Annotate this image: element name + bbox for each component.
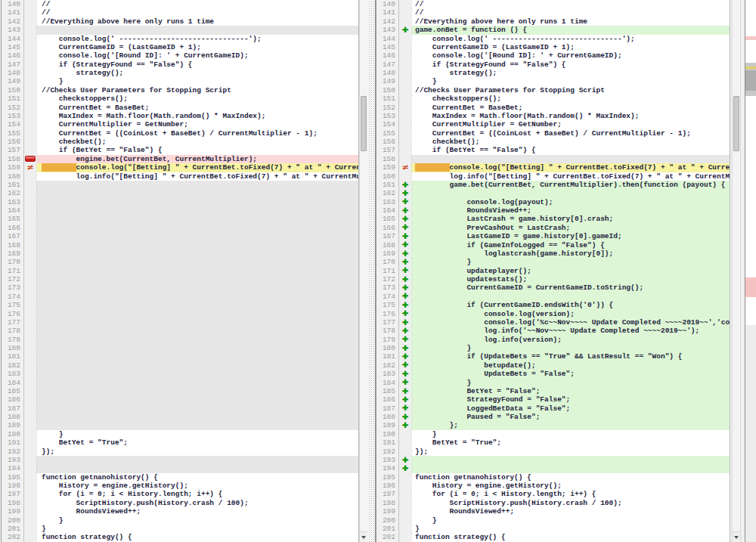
overview-diff-mark[interactable] bbox=[745, 67, 756, 69]
code-line[interactable]: //Checks User Parameters for Stopping Sc… bbox=[411, 86, 730, 94]
right-scrollbar-thumb[interactable] bbox=[733, 96, 739, 151]
code-line[interactable]: LastGameID = game.history[0].gameId; bbox=[411, 232, 730, 240]
code-line[interactable]: strategy(); bbox=[411, 69, 730, 77]
code-line[interactable] bbox=[36, 361, 358, 370]
code-line[interactable]: game.onBet = function () { bbox=[411, 26, 730, 34]
code-line[interactable]: } bbox=[411, 525, 730, 533]
code-line[interactable] bbox=[36, 198, 358, 206]
code-line[interactable] bbox=[36, 258, 358, 266]
code-line[interactable] bbox=[36, 301, 358, 309]
code-line[interactable] bbox=[36, 395, 358, 404]
code-line[interactable] bbox=[36, 293, 358, 301]
code-line[interactable] bbox=[36, 370, 358, 378]
code-line[interactable]: } bbox=[411, 516, 730, 525]
code-line[interactable]: console.log('[Round ID]: ' + CurrentGame… bbox=[411, 51, 730, 60]
code-line[interactable]: function getnanohistory() { bbox=[411, 473, 730, 482]
code-line[interactable]: }; bbox=[411, 421, 730, 429]
code-line[interactable]: } bbox=[36, 77, 358, 85]
code-line[interactable]: Paused = "False"; bbox=[411, 413, 730, 421]
code-line[interactable]: UpdateBets = "False"; bbox=[411, 370, 730, 378]
code-line[interactable]: BetYet = "True"; bbox=[36, 438, 358, 447]
code-line[interactable] bbox=[36, 232, 358, 240]
code-line[interactable]: // bbox=[411, 8, 730, 17]
code-line[interactable]: ScriptHistory.push(History.crash / 100); bbox=[411, 499, 730, 507]
code-line[interactable]: checkstoppers(); bbox=[36, 94, 358, 103]
code-line[interactable] bbox=[411, 189, 730, 197]
code-line[interactable] bbox=[36, 181, 358, 189]
code-line[interactable] bbox=[36, 267, 358, 275]
code-line[interactable] bbox=[36, 26, 358, 34]
code-line[interactable]: BetYet = "True"; bbox=[411, 438, 730, 447]
code-line[interactable]: // bbox=[36, 8, 358, 17]
code-line[interactable]: game.bet(CurrentBet, CurrentMultiplier).… bbox=[411, 181, 730, 189]
code-line[interactable]: CurrentBet = ((CoinLost + BaseBet) / Cur… bbox=[411, 129, 730, 138]
code-line[interactable]: for (i = 0; i < History.length; i++) { bbox=[411, 490, 730, 498]
code-line[interactable]: CurrentGameID = (LastGameID + 1); bbox=[36, 43, 358, 51]
code-line[interactable] bbox=[36, 387, 358, 395]
code-line[interactable] bbox=[36, 344, 358, 352]
pane-splitter[interactable] bbox=[367, 0, 376, 542]
code-line[interactable] bbox=[36, 206, 358, 215]
code-line[interactable]: } bbox=[411, 344, 730, 352]
code-line[interactable]: console.log('[Round ID]: ' + CurrentGame… bbox=[36, 51, 358, 60]
code-line[interactable]: CurrentGameID = CurrentGameID.toString()… bbox=[411, 283, 730, 292]
code-line[interactable]: CurrentBet = ((CoinLost + BaseBet) / Cur… bbox=[36, 129, 358, 138]
code-line[interactable]: console.log(' --------------------------… bbox=[411, 35, 730, 43]
code-line[interactable]: console.log(payout); bbox=[411, 198, 730, 206]
code-line[interactable]: } bbox=[411, 258, 730, 266]
diff-pane-right[interactable]: 140//141//142//Everything above here onl… bbox=[376, 0, 730, 542]
diff-overview-map[interactable] bbox=[745, 0, 756, 542]
code-line[interactable]: updateplayer(); bbox=[411, 267, 730, 275]
code-line[interactable] bbox=[411, 293, 730, 301]
code-line[interactable]: //Checks User Parameters for Stopping Sc… bbox=[36, 86, 358, 94]
code-line[interactable] bbox=[36, 249, 358, 258]
code-line[interactable] bbox=[36, 275, 358, 283]
code-line[interactable]: log.info('~~Nov~~~~ Update Completed ~~~… bbox=[411, 327, 730, 335]
code-line[interactable]: CurrentBet = BaseBet; bbox=[411, 104, 730, 112]
code-line[interactable]: } bbox=[36, 525, 358, 533]
code-line[interactable]: RoundsViewed++; bbox=[411, 507, 730, 516]
code-line[interactable]: LoggedBetData = "False"; bbox=[411, 404, 730, 413]
code-line[interactable]: } bbox=[411, 77, 730, 85]
code-line[interactable] bbox=[36, 404, 358, 413]
code-line[interactable]: //Everything above here only runs 1 time bbox=[36, 17, 358, 26]
code-line[interactable]: } bbox=[36, 516, 358, 525]
code-line[interactable]: MaxIndex = Math.floor(Math.random() * Ma… bbox=[411, 112, 730, 120]
code-line[interactable]: checkbet(); bbox=[411, 138, 730, 146]
code-line[interactable] bbox=[36, 352, 358, 361]
code-line[interactable]: log.info("[Betting] " + CurrentBet.toFix… bbox=[411, 172, 730, 181]
code-line[interactable]: CurrentMultiplier = GetNumber; bbox=[411, 120, 730, 129]
code-line[interactable]: loglastcrash(game.history[0]); bbox=[411, 249, 730, 258]
code-line[interactable]: if (StrategyFound == "False") { bbox=[411, 60, 730, 69]
code-line[interactable] bbox=[36, 327, 358, 335]
code-line[interactable]: console.log("[Betting] " + CurrentBet.to… bbox=[411, 163, 730, 172]
code-line[interactable]: History = engine.getHistory(); bbox=[36, 482, 358, 490]
overview-diff-mark[interactable] bbox=[745, 36, 756, 40]
code-line[interactable]: MaxIndex = Math.floor(Math.random() * Ma… bbox=[36, 112, 358, 120]
code-line[interactable] bbox=[36, 464, 358, 472]
code-line[interactable]: LastCrash = game.history[0].crash; bbox=[411, 215, 730, 223]
code-line[interactable]: // bbox=[36, 0, 358, 8]
left-scrollbar-down-button[interactable] bbox=[360, 531, 367, 542]
code-line[interactable] bbox=[36, 336, 358, 344]
code-line[interactable] bbox=[411, 456, 730, 464]
code-line[interactable] bbox=[36, 189, 358, 197]
code-line[interactable]: function strategy() { bbox=[36, 533, 358, 541]
code-line[interactable] bbox=[36, 310, 358, 318]
code-line[interactable] bbox=[36, 318, 358, 327]
code-line[interactable]: function getnanohistory() { bbox=[36, 473, 358, 482]
code-line[interactable]: } bbox=[411, 379, 730, 387]
code-line[interactable]: if (CurrentGameID.endsWith('0')) { bbox=[411, 301, 730, 309]
code-line[interactable]: console.log('%c~~Nov~~~~ Update Complete… bbox=[411, 318, 730, 327]
code-line[interactable]: //Everything above here only runs 1 time bbox=[411, 17, 730, 26]
code-line[interactable] bbox=[411, 155, 730, 163]
code-line[interactable]: CurrentBet = BaseBet; bbox=[36, 104, 358, 112]
code-line[interactable] bbox=[36, 421, 358, 429]
code-line[interactable] bbox=[36, 224, 358, 232]
code-line[interactable]: if (StrategyFound == "False") { bbox=[36, 60, 358, 69]
code-line[interactable]: if (UpdateBets == "True" && LastResult =… bbox=[411, 352, 730, 361]
code-line[interactable] bbox=[36, 215, 358, 223]
code-line[interactable]: // bbox=[411, 0, 730, 8]
code-line[interactable] bbox=[36, 283, 358, 292]
code-line[interactable]: BetYet = "False"; bbox=[411, 387, 730, 395]
